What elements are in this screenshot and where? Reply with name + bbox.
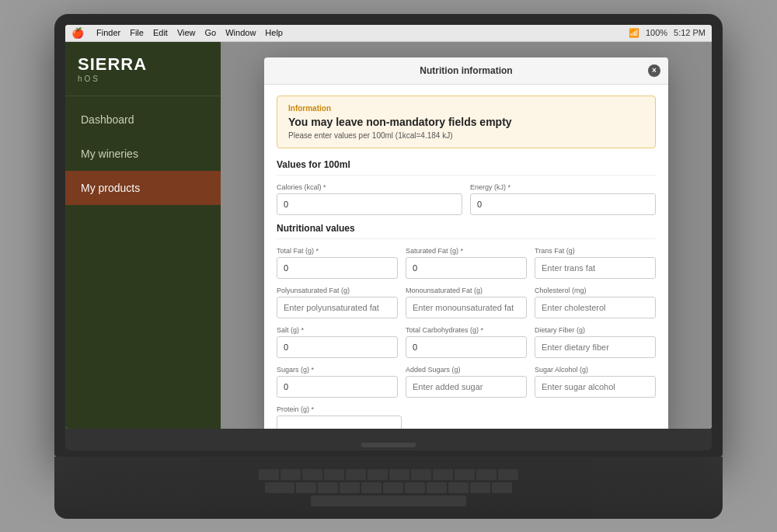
salt-label: Salt (g) * bbox=[277, 326, 398, 334]
added-sugars-label: Added Sugars (g) bbox=[406, 366, 527, 374]
info-description: Please enter values per 100ml (1kcal=4.1… bbox=[288, 131, 644, 140]
sugars-field: Sugars (g) * bbox=[277, 366, 398, 398]
energy-input[interactable] bbox=[470, 193, 656, 215]
energy-field: Energy (kJ) * bbox=[470, 183, 656, 215]
total-carbs-field: Total Carbohydrates (g) * bbox=[406, 326, 527, 358]
sugars-input[interactable] bbox=[277, 376, 398, 398]
sidebar-item-my-products[interactable]: My products bbox=[65, 171, 221, 205]
total-carbs-label: Total Carbohydrates (g) * bbox=[406, 326, 527, 334]
added-sugars-field: Added Sugars (g) bbox=[406, 366, 527, 398]
modal-title: Nutrition information bbox=[420, 65, 512, 76]
menu-go[interactable]: Go bbox=[205, 28, 217, 37]
protein-field: Protein (g) * bbox=[277, 405, 402, 429]
logo-text: SIERRA bbox=[78, 56, 208, 73]
sugars-label: Sugars (g) * bbox=[277, 366, 398, 374]
sugar-alcohol-input[interactable] bbox=[535, 376, 656, 398]
row-5: Protein (g) * bbox=[277, 405, 656, 429]
modal-close-button[interactable]: × bbox=[648, 64, 660, 77]
sugar-alcohol-field: Sugar Alcohol (g) bbox=[535, 366, 656, 398]
modal-overlay: Nutrition information × Information You … bbox=[221, 42, 712, 429]
calories-label: Calories (kcal) * bbox=[277, 183, 462, 191]
menu-window[interactable]: Window bbox=[225, 28, 256, 37]
total-carbs-input[interactable] bbox=[406, 336, 527, 358]
sidebar-item-dashboard[interactable]: Dashboard bbox=[65, 103, 221, 137]
poly-fat-input[interactable] bbox=[277, 297, 398, 318]
mac-status-bar: 📶 100% 5:12 PM bbox=[629, 28, 706, 38]
modal-header: Nutrition information × bbox=[264, 57, 668, 85]
calories-energy-row: Calories (kcal) * Energy (kJ) * bbox=[277, 183, 656, 215]
close-icon: × bbox=[652, 66, 657, 75]
total-fat-label: Total Fat (g) * bbox=[277, 247, 398, 255]
mac-menubar: 🍎 Finder File Edit View Go Window Help 📶… bbox=[65, 25, 712, 42]
menu-view[interactable]: View bbox=[177, 28, 196, 37]
row-2: Polyunsaturated Fat (g) Monounsaturated … bbox=[277, 287, 656, 318]
row-3: Salt (g) * Total Carbohydrates (g) * Die… bbox=[277, 326, 656, 358]
clock: 5:12 PM bbox=[674, 28, 706, 37]
calories-field: Calories (kcal) * bbox=[277, 183, 462, 215]
salt-field: Salt (g) * bbox=[277, 326, 398, 358]
mono-fat-input[interactable] bbox=[406, 297, 527, 318]
row-4: Sugars (g) * Added Sugars (g) Sugar Alco… bbox=[277, 366, 656, 398]
trans-fat-input[interactable] bbox=[535, 257, 656, 279]
trans-fat-field: Trans Fat (g) bbox=[535, 247, 656, 279]
nutritional-section-title: Nutritional values bbox=[277, 223, 656, 239]
cholesterol-field: Cholesterol (mg) bbox=[535, 287, 656, 318]
row-1: Total Fat (g) * Saturated Fat (g) * Tran… bbox=[277, 247, 656, 279]
dietary-fiber-field: Dietary Fiber (g) bbox=[535, 326, 656, 358]
apple-icon: 🍎 bbox=[71, 27, 84, 39]
cholesterol-input[interactable] bbox=[535, 297, 656, 318]
sugar-alcohol-label: Sugar Alcohol (g) bbox=[535, 366, 656, 374]
sidebar-nav: Dashboard My wineries My products bbox=[65, 96, 221, 205]
poly-fat-field: Polyunsaturated Fat (g) bbox=[277, 287, 398, 318]
menu-edit[interactable]: Edit bbox=[153, 28, 168, 37]
mono-fat-field: Monounsaturated Fat (g) bbox=[406, 287, 527, 318]
dietary-fiber-input[interactable] bbox=[535, 336, 656, 358]
cholesterol-label: Cholesterol (mg) bbox=[535, 287, 656, 294]
menu-help[interactable]: Help bbox=[265, 28, 283, 37]
menu-finder[interactable]: Finder bbox=[96, 28, 120, 37]
total-fat-field: Total Fat (g) * bbox=[277, 247, 398, 279]
dietary-fiber-label: Dietary Fiber (g) bbox=[535, 326, 656, 334]
saturated-fat-label: Saturated Fat (g) * bbox=[406, 247, 527, 255]
main-content: Nutrition information × Information You … bbox=[221, 42, 712, 429]
menu-file[interactable]: File bbox=[130, 28, 144, 37]
sidebar-item-my-wineries[interactable]: My wineries bbox=[65, 137, 221, 171]
info-label: Information bbox=[288, 104, 644, 113]
protein-input[interactable] bbox=[277, 416, 402, 429]
trans-fat-label: Trans Fat (g) bbox=[535, 247, 656, 255]
protein-label: Protein (g) * bbox=[277, 405, 402, 413]
logo: SIERRA hOS bbox=[65, 42, 221, 96]
calories-input[interactable] bbox=[277, 193, 462, 215]
energy-label: Energy (kJ) * bbox=[470, 183, 656, 191]
info-banner: Information You may leave non-mandatory … bbox=[277, 96, 656, 148]
poly-fat-label: Polyunsaturated Fat (g) bbox=[277, 287, 398, 294]
info-title: You may leave non-mandatory fields empty bbox=[288, 116, 644, 128]
values-section-title: Values for 100ml bbox=[277, 159, 656, 176]
added-sugars-input[interactable] bbox=[406, 376, 527, 398]
logo-sub: hOS bbox=[78, 75, 208, 83]
sidebar: SIERRA hOS Dashboard My wineries My prod… bbox=[65, 42, 221, 429]
mono-fat-label: Monounsaturated Fat (g) bbox=[406, 287, 527, 294]
nutrition-modal: Nutrition information × Information You … bbox=[264, 57, 668, 429]
saturated-fat-field: Saturated Fat (g) * bbox=[406, 247, 527, 279]
total-fat-input[interactable] bbox=[277, 257, 398, 279]
salt-input[interactable] bbox=[277, 336, 398, 358]
modal-body: Information You may leave non-mandatory … bbox=[264, 85, 668, 429]
saturated-fat-input[interactable] bbox=[406, 257, 527, 279]
